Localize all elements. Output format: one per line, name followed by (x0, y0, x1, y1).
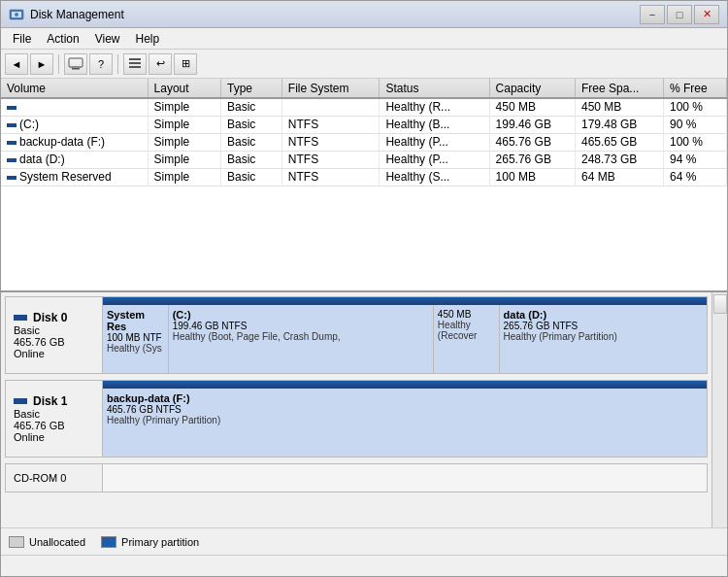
disk-segment[interactable]: data (D:) 265.76 GB NTFS Healthy (Primar… (500, 305, 707, 373)
window-title: Disk Management (30, 8, 640, 21)
disk-icon (7, 158, 17, 162)
disk-status: Online (14, 348, 94, 359)
segment-size: 100 MB NTF (107, 332, 164, 343)
menu-help[interactable]: Help (128, 30, 168, 48)
cell-status: Healthy (P... (380, 151, 489, 168)
disk-icon (7, 106, 17, 110)
cell-capacity: 199.46 GB (489, 116, 575, 133)
computer-button[interactable] (64, 53, 87, 75)
table-row[interactable]: SimpleBasicHealthy (R...450 MB450 MB100 … (1, 98, 727, 116)
svg-rect-3 (69, 58, 83, 67)
grid-button[interactable]: ⊞ (174, 53, 197, 75)
col-type[interactable]: Type (221, 79, 282, 98)
legend-unallocated-label: Unallocated (29, 536, 85, 548)
volume-table-area: Volume Layout Type File System Status Ca… (1, 79, 727, 292)
disk-row: Disk 0 Basic 465.76 GB Online System Res… (5, 296, 708, 374)
col-capacity[interactable]: Capacity (489, 79, 575, 98)
disk-scroll-area: Disk 0 Basic 465.76 GB Online System Res… (1, 292, 711, 527)
cell-type: Basic (221, 116, 282, 133)
col-status[interactable]: Status (380, 79, 489, 98)
segment-status: Healthy (Primary Partition) (504, 331, 703, 342)
toolbar: ◄ ► ? ↩ ⊞ (1, 50, 727, 79)
cell-layout: Simple (148, 133, 220, 151)
menu-file[interactable]: File (5, 30, 39, 48)
disk-bar (103, 297, 707, 305)
menu-view[interactable]: View (87, 30, 128, 48)
disk-row: Disk 1 Basic 465.76 GB Online backup-dat… (5, 380, 708, 458)
table-row[interactable]: System ReservedSimpleBasicNTFSHealthy (S… (1, 168, 727, 186)
legend-primary-label: Primary partition (121, 536, 199, 548)
cell-free: 64 MB (576, 168, 664, 186)
cell-free: 179.48 GB (576, 116, 664, 133)
disk-view-inner: Disk 0 Basic 465.76 GB Online System Res… (1, 292, 727, 527)
disk-icon-small (14, 398, 27, 404)
maximize-button[interactable]: □ (667, 5, 692, 24)
toolbar-sep-2 (117, 54, 118, 74)
legend-unallocated: Unallocated (9, 536, 85, 548)
disk-segment[interactable]: System Res 100 MB NTF Healthy (Sys (103, 305, 169, 373)
cell-status: Healthy (B... (380, 116, 489, 133)
svg-point-2 (15, 13, 18, 17)
disk-partitions: backup-data (F:) 465.76 GB NTFS Healthy … (103, 381, 707, 457)
cell-layout: Simple (148, 116, 220, 133)
table-row[interactable]: (C:)SimpleBasicNTFSHealthy (B...199.46 G… (1, 116, 727, 133)
col-pct[interactable]: % Free (663, 79, 726, 98)
svg-rect-7 (129, 62, 141, 64)
disk-partitions: System Res 100 MB NTF Healthy (Sys (C:) … (103, 297, 707, 373)
cell-volume: System Reserved (1, 168, 148, 186)
disk-segment[interactable]: 450 MB Healthy (Recover (434, 305, 500, 373)
segment-title: backup-data (F:) (107, 392, 703, 404)
minimize-button[interactable]: − (640, 5, 665, 24)
back-button[interactable]: ◄ (5, 53, 28, 75)
segment-size: 450 MB (438, 309, 495, 320)
cell-pct: 94 % (663, 151, 726, 168)
cell-fs: NTFS (281, 168, 380, 186)
col-layout[interactable]: Layout (148, 79, 220, 98)
cell-free: 465.65 GB (576, 133, 664, 151)
forward-button[interactable]: ► (30, 53, 53, 75)
app-icon (9, 7, 24, 22)
col-volume[interactable]: Volume (1, 79, 148, 98)
cell-layout: Simple (148, 151, 220, 168)
disk-label-title: Disk 1 (14, 394, 94, 408)
cell-status: Healthy (P... (380, 133, 489, 151)
disklist-button[interactable] (123, 53, 147, 75)
cell-pct: 100 % (663, 133, 726, 151)
segment-size: 465.76 GB NTFS (107, 404, 703, 415)
disk-size: 465.76 GB (14, 336, 94, 348)
segment-status: Healthy (Boot, Page File, Crash Dump, (173, 331, 429, 342)
window-controls: − □ ✕ (640, 5, 719, 24)
cell-type: Basic (221, 98, 282, 116)
disk-segment[interactable]: (C:) 199.46 GB NTFS Healthy (Boot, Page … (169, 305, 434, 373)
disk-status: Online (14, 431, 94, 443)
disk-label: Disk 0 Basic 465.76 GB Online (6, 297, 103, 373)
table-row[interactable]: data (D:)SimpleBasicNTFSHealthy (P...265… (1, 151, 727, 168)
cell-pct: 100 % (663, 98, 726, 116)
cell-layout: Simple (148, 168, 220, 186)
title-bar: Disk Management − □ ✕ (1, 1, 727, 28)
main-window: Disk Management − □ ✕ File Action View H… (0, 0, 728, 577)
svg-rect-6 (129, 58, 141, 60)
close-button[interactable]: ✕ (694, 5, 719, 24)
menu-bar: File Action View Help (1, 28, 727, 50)
cell-free: 248.73 GB (576, 151, 664, 168)
segment-status: Healthy (Sys (107, 343, 164, 354)
cell-fs (281, 98, 380, 116)
disk-segments: System Res 100 MB NTF Healthy (Sys (C:) … (103, 305, 707, 373)
disk-type: Basic (14, 408, 94, 420)
cdrom-row: CD-ROM 0 (5, 463, 708, 492)
col-free[interactable]: Free Spa... (576, 79, 664, 98)
undo-button[interactable]: ↩ (149, 53, 172, 75)
cdrom-label: CD-ROM 0 (6, 464, 103, 492)
disk-segment[interactable]: backup-data (F:) 465.76 GB NTFS Healthy … (103, 389, 707, 457)
help-button[interactable]: ? (89, 53, 113, 75)
segment-status: Healthy (Recover (438, 320, 495, 341)
cell-capacity: 100 MB (489, 168, 575, 186)
status-bar (1, 555, 727, 576)
cell-volume (1, 98, 148, 116)
menu-action[interactable]: Action (39, 30, 86, 48)
table-row[interactable]: backup-data (F:)SimpleBasicNTFSHealthy (… (1, 133, 727, 151)
col-fs[interactable]: File System (281, 79, 380, 98)
scrollbar-right[interactable] (711, 292, 727, 527)
cell-fs: NTFS (281, 133, 380, 151)
